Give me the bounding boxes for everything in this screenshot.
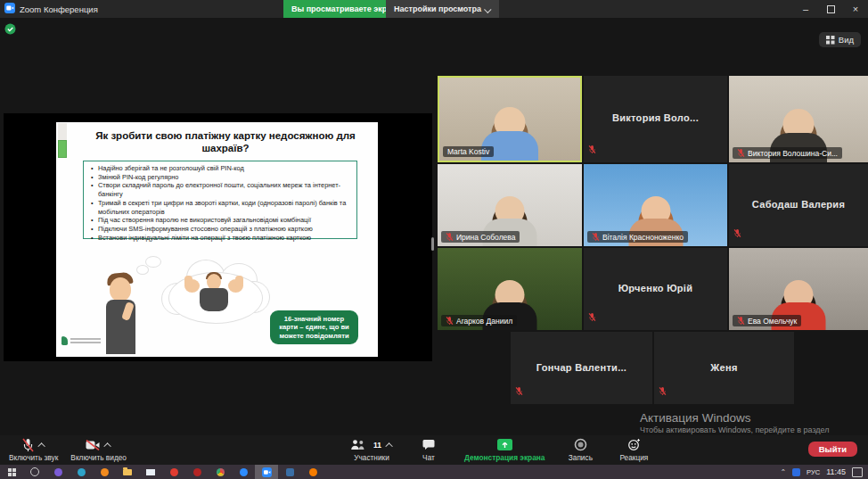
unmute-button[interactable]: Включить звук <box>9 437 58 462</box>
slide-illustration <box>81 256 268 354</box>
grid-view-icon <box>826 36 835 45</box>
muted-mic-icon <box>446 232 454 242</box>
participant-name: Агарков Даниил <box>456 317 512 326</box>
gallery-resize-handle[interactable] <box>431 237 434 251</box>
muted-mic-icon <box>446 316 454 326</box>
zoom-window: Zoom Конференция Вы просматриваете экран… <box>0 0 868 479</box>
muscular-man-figure <box>183 274 245 324</box>
thought-bubble <box>161 260 268 329</box>
reactions-button[interactable]: Реакция <box>616 437 651 462</box>
muted-mic-indicator <box>588 142 596 158</box>
muted-mic-indicator <box>733 226 741 242</box>
participant-tile[interactable]: Виктория Воло... <box>584 76 727 162</box>
clock[interactable]: 11:45 <box>826 467 846 476</box>
participant-tile[interactable]: Агарков Даниил <box>438 248 582 330</box>
windows-taskbar: ⌃ РУС 11:45 <box>0 465 868 479</box>
start-video-button[interactable]: Включить видео <box>70 437 127 462</box>
system-tray: ⌃ РУС 11:45 <box>780 467 868 477</box>
tray-expand-chevron[interactable]: ⌃ <box>780 468 786 476</box>
share-screen-button[interactable]: Демонстрация экрана <box>464 437 545 462</box>
participant-tile[interactable]: Віталія Красноноженко <box>584 164 727 246</box>
slide-bullet: Тримай в секреті три цифри на звороті ка… <box>98 199 353 216</box>
participant-tile[interactable]: Женя <box>654 332 794 404</box>
taskbar-app-zoom-active[interactable] <box>255 465 278 479</box>
bank-logo-icon <box>61 336 68 345</box>
participants-button[interactable]: 11 Участники <box>350 437 393 462</box>
taskbar-app-app-blue[interactable] <box>232 465 255 479</box>
participant-tile[interactable]: Виктория Волошина-Си... <box>729 76 868 162</box>
leave-meeting-button[interactable]: Выйти <box>808 442 857 457</box>
activation-line1: Чтобы активировать Windows, перейдите в … <box>640 425 830 435</box>
camera-muted-icon <box>86 440 100 450</box>
participants-icon <box>350 439 365 450</box>
close-button[interactable]: × <box>843 0 868 18</box>
slide-accent-green-square <box>58 140 67 158</box>
slide-bullet: Встанови індивідуальні ліміти на операці… <box>98 234 353 243</box>
muted-mic-icon <box>737 316 745 326</box>
participants-count: 11 <box>373 441 381 450</box>
participant-tile[interactable]: Юрченко Юрій <box>584 248 727 330</box>
participant-name: Віталія Красноноженко <box>602 233 684 242</box>
titlebar: Zoom Конференция Вы просматриваете экран… <box>0 0 868 18</box>
participant-name-label: Виктория Волошина-Си... <box>733 147 842 159</box>
taskbar-app-chrome[interactable] <box>209 465 232 479</box>
start-button[interactable] <box>0 465 23 479</box>
audio-options-chevron[interactable] <box>37 442 45 450</box>
participant-name: Marta Kostiv <box>447 147 489 156</box>
record-button[interactable]: Запись <box>562 437 598 462</box>
taskbar-app-app-red[interactable] <box>162 465 185 479</box>
slide-bullet: Під час створення паролю не використовуй… <box>98 216 353 225</box>
slide-callout: 16-значний номер карти – єдине, що ви мо… <box>270 310 358 344</box>
encryption-shield-icon[interactable] <box>4 22 16 38</box>
reactions-smiley-icon <box>627 438 641 451</box>
tray-app-icon[interactable] <box>792 468 800 476</box>
taskbar-app-app-fire[interactable] <box>301 465 324 479</box>
taskbar-app-mail[interactable] <box>139 465 162 479</box>
minimize-button[interactable]: – <box>793 0 818 18</box>
participant-name-label: Ирина Соболева <box>441 231 520 243</box>
participant-tile[interactable]: Гончар Валенти... <box>511 332 652 404</box>
video-options-chevron[interactable] <box>103 442 111 450</box>
participant-name-label: Marta Kostiv <box>443 146 494 157</box>
taskbar-app-app-purple[interactable] <box>46 465 70 479</box>
participant-tile[interactable]: Ева Омельчук <box>729 248 868 330</box>
taskbar-app-app-darkred[interactable] <box>185 465 209 479</box>
participant-tile[interactable]: Сабодаш Валерия <box>729 164 868 246</box>
view-layout-button[interactable]: Вид <box>819 32 861 47</box>
participant-tile[interactable]: Ирина Соболева <box>438 164 582 246</box>
muted-mic-icon <box>592 232 600 242</box>
record-icon <box>574 438 587 451</box>
slide-bullets: Надійно зберігай та не розголошуй свій P… <box>87 164 353 242</box>
share-screen-icon <box>497 439 512 450</box>
participant-name: Виктория Волошина-Си... <box>748 149 838 158</box>
participants-chevron[interactable] <box>385 442 392 450</box>
search-button[interactable] <box>23 465 46 479</box>
muted-mic-icon <box>737 148 745 158</box>
taskbar-app-app-steelblue[interactable] <box>278 465 301 479</box>
slide-bullet: Підключи SMS-інформування стосовно опера… <box>98 225 353 234</box>
shared-screen-area: Як зробити свою платіжну картку недосяжн… <box>4 113 432 361</box>
chat-button[interactable]: Чат <box>411 437 446 462</box>
mic-muted-icon <box>22 438 34 452</box>
participant-name: Юрченко Юрій <box>584 283 727 293</box>
muted-mic-icon <box>588 145 596 154</box>
slide-accent-strip <box>58 123 67 140</box>
window-title: Zoom Конференция <box>20 4 98 14</box>
participant-name: Ирина Соболева <box>456 233 515 242</box>
notification-center-icon[interactable] <box>852 467 863 477</box>
language-indicator[interactable]: РУС <box>807 468 820 476</box>
participant-name: Женя <box>654 362 794 373</box>
participant-name-label: Віталія Красноноженко <box>587 231 688 243</box>
view-settings-button[interactable]: Настройки просмотра <box>386 0 499 18</box>
maximize-button[interactable] <box>818 0 843 18</box>
participant-tile[interactable]: Marta Kostiv <box>438 76 582 162</box>
muted-mic-icon <box>659 386 667 396</box>
taskbar-app-file-explorer[interactable] <box>116 465 139 479</box>
participant-name: Сабодаш Валерия <box>729 199 868 210</box>
taskbar-app-app-orange[interactable] <box>93 465 116 479</box>
participant-name: Виктория Воло... <box>584 112 727 123</box>
zoom-app-icon <box>4 3 15 15</box>
slide-bullet: Створи складний пароль до електронної по… <box>98 181 353 198</box>
slide-bullet: Надійно зберігай та не розголошуй свій P… <box>98 164 353 173</box>
taskbar-app-app-teal[interactable] <box>70 465 93 479</box>
